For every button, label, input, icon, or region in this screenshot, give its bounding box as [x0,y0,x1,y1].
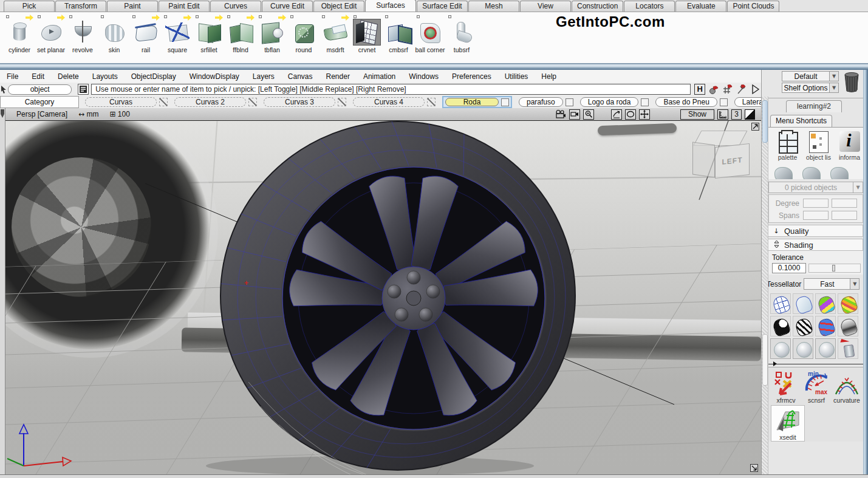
layer-checkbox[interactable] [501,98,509,106]
pick-object-icon[interactable] [708,84,719,95]
dropdown-arrow-icon[interactable]: ▼ [850,279,859,289]
window-count-button[interactable]: 3 [731,109,742,120]
pick-template-icon[interactable] [736,84,747,95]
tool-option-box-icon[interactable] [322,15,325,18]
wireframe-shade-icon[interactable] [770,293,791,314]
shelf-tab[interactable]: Locators [624,1,675,12]
menu-item[interactable]: Layouts [86,72,125,81]
shelf-tool[interactable]: round [288,14,320,63]
shelf-tool[interactable]: cylinder [4,14,35,63]
menu-item[interactable]: WindowDisplay [183,72,246,81]
shortcut-tool[interactable]: informa [834,130,863,167]
flat-shade-icon[interactable] [793,293,813,314]
viewport-resize-handle[interactable] [751,123,759,131]
layer-checkbox[interactable] [566,98,573,106]
ball-diagnostic-icon[interactable] [815,338,836,359]
layer-checkbox[interactable] [720,98,728,106]
shelf-tool[interactable]: msdrft [320,14,351,63]
scnsrf-tool[interactable]: min max scnsrf [801,370,832,404]
layer-checkbox[interactable] [641,98,649,106]
history-button[interactable]: H [694,84,705,95]
tool-option-box-icon[interactable] [227,15,230,18]
menu-item[interactable]: Layers [246,72,281,81]
tool-option-box-icon[interactable] [385,15,388,18]
slider-thumb[interactable] [832,265,835,271]
layer-button[interactable]: Curvas 3 [264,97,335,107]
highlight-lines-icon[interactable] [815,316,836,336]
tolerance-slider[interactable] [808,264,861,273]
tool-option-box-icon[interactable] [354,15,357,18]
menu-item[interactable]: Help [535,72,563,81]
shelf-tool[interactable]: skin [98,14,130,63]
tessellator-dropdown[interactable]: Fast ▼ [804,278,859,290]
shortcut-tool[interactable]: object lis [803,130,834,167]
viewport-resize-handle[interactable] [750,464,758,472]
clipped-tool-icon[interactable] [774,167,793,179]
panel-scrollbar-thumb[interactable] [762,334,768,386]
camera-view-icon[interactable] [569,109,580,120]
tab-menu-shortcuts[interactable]: Menu Shortcuts [770,115,832,127]
clipped-tool-icon[interactable] [802,167,821,179]
shelf-tool[interactable]: ball corner [414,14,446,63]
tool-option-box-icon[interactable] [132,15,135,18]
shade-toggle-icon[interactable] [745,109,755,120]
zoom-icon[interactable] [583,109,594,120]
paint-spray-icon[interactable] [838,338,858,359]
menu-item[interactable]: File [0,72,25,81]
layer-button[interactable]: Curvas 2 [174,97,246,107]
shelf-tab[interactable]: View [520,1,571,12]
layer-button[interactable]: Base do Pneu [655,97,717,107]
panel-scroll-gutter[interactable] [762,97,768,474]
trash-icon[interactable] [842,71,861,93]
ball-diagnostic-icon[interactable] [770,338,791,359]
shelf-tab[interactable]: Transform [55,1,106,12]
menu-item[interactable]: Canvas [281,72,320,81]
camera-icon[interactable] [555,109,566,120]
pick-component-icon[interactable] [722,84,733,95]
dropdown-arrow-icon[interactable]: ▼ [853,182,863,193]
spans-field-u[interactable] [803,211,829,220]
prompt-expand-icon[interactable] [750,84,761,95]
xfrmcv-tool[interactable]: xfrmcv [771,370,801,404]
menu-item[interactable]: Edit [25,72,51,81]
prompt-list-button[interactable] [78,84,89,95]
show-menu-button[interactable]: Show [680,109,714,120]
shelf-tab[interactable]: Construction [572,1,623,12]
layer-state-icon[interactable] [427,98,436,106]
shelf-tool[interactable]: ffblnd [225,14,256,63]
shelf-tab[interactable]: Object Edit [313,1,364,12]
shelf-tab[interactable]: Paint Edit [159,1,210,12]
tool-option-box-icon[interactable] [196,15,199,18]
menu-item[interactable]: Windows [402,72,445,81]
tool-option-box-icon[interactable] [6,15,9,18]
tool-option-box-icon[interactable] [164,15,167,18]
shelf-tab[interactable]: Curves [210,1,261,12]
shelf-tool[interactable]: tubsrf [446,14,477,63]
menu-item[interactable]: Utilities [498,72,535,81]
degree-field-v[interactable] [832,199,857,208]
menu-item[interactable]: ObjectDisplay [125,72,183,81]
layer-state-icon[interactable] [248,98,257,106]
pick-scope-field[interactable]: object [8,84,72,95]
surface-evaluation-icon[interactable] [838,293,858,314]
tool-option-box-icon[interactable] [38,15,41,18]
shelf-tab[interactable]: Curve Edit [262,1,313,12]
reflection-shade-icon[interactable] [838,316,858,336]
ball-diagnostic-icon[interactable] [793,338,813,359]
tool-option-box-icon[interactable] [69,15,72,18]
shelf-tab[interactable]: Mesh [468,1,519,12]
shelf-tool[interactable]: tbflan [256,14,288,63]
layer-state-icon[interactable] [338,98,346,106]
active-layer-button[interactable]: Roda [445,98,499,106]
pan-icon[interactable] [639,109,650,120]
tab-learning-shelf[interactable]: learning#2 [786,100,842,112]
menu-item[interactable]: Preferences [445,72,498,81]
shelf-tab[interactable]: Surface Edit [417,1,468,12]
spans-field-v[interactable] [832,211,857,220]
layer-button[interactable]: Curvas [85,97,157,107]
tool-option-box-icon[interactable] [417,15,420,18]
viewport-title-bar[interactable]: Persp [Camera] ↔ mm ⊞ 100 Sho [5,108,761,121]
shelf-tool[interactable]: square [162,14,193,63]
perspective-viewport[interactable]: Persp [Camera] ↔ mm ⊞ 100 Sho [0,108,761,474]
xsedit-tool[interactable]: xsedit [771,405,805,442]
